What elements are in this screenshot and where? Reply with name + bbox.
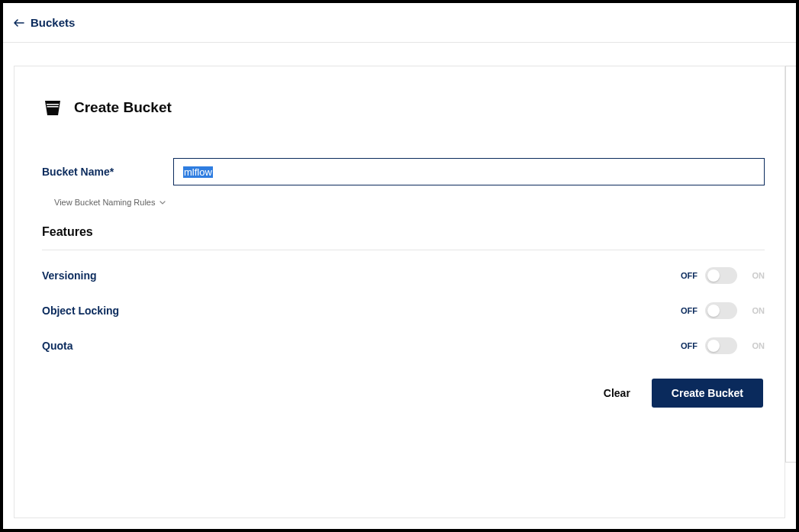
versioning-toggle[interactable]	[705, 267, 737, 284]
breadcrumb-label: Buckets	[31, 16, 75, 29]
feature-versioning-label: Versioning	[42, 269, 97, 282]
naming-rules-label: View Bucket Naming Rules	[54, 198, 155, 207]
bucket-name-value: mlflow	[183, 166, 213, 178]
toggle-knob	[707, 269, 720, 282]
toggle-knob	[707, 340, 720, 352]
toggle-on-label: ON	[745, 306, 765, 315]
back-to-buckets-link[interactable]: Buckets	[14, 16, 75, 29]
arrow-left-icon	[14, 19, 24, 27]
create-bucket-button[interactable]: Create Bucket	[652, 379, 763, 408]
feature-quota-label: Quota	[42, 340, 72, 352]
chevron-down-icon	[159, 198, 166, 207]
toggle-off-label: OFF	[678, 306, 698, 315]
toggle-on-label: ON	[745, 341, 765, 350]
toggle-knob	[707, 305, 720, 317]
page-title: Create Bucket	[74, 99, 172, 116]
clear-button[interactable]: Clear	[604, 387, 630, 399]
toggle-on-label: ON	[745, 271, 765, 280]
toggle-off-label: OFF	[678, 341, 698, 350]
feature-object-locking-label: Object Locking	[42, 305, 119, 317]
bucket-name-input[interactable]: mlflow	[173, 158, 765, 185]
quota-toggle[interactable]	[705, 337, 737, 354]
bucket-name-label: Bucket Name*	[42, 166, 173, 178]
view-naming-rules-link[interactable]: View Bucket Naming Rules	[54, 198, 765, 207]
svg-rect-1	[47, 106, 59, 108]
svg-rect-0	[47, 104, 59, 105]
bucket-icon	[42, 97, 63, 118]
breadcrumb-bar: Buckets	[3, 3, 796, 43]
object-locking-toggle[interactable]	[705, 302, 737, 319]
side-panel-edge	[785, 66, 796, 463]
features-section-title: Features	[42, 225, 765, 250]
toggle-off-label: OFF	[678, 271, 698, 280]
create-bucket-panel: Create Bucket Bucket Name* mlflow View B…	[14, 66, 785, 518]
